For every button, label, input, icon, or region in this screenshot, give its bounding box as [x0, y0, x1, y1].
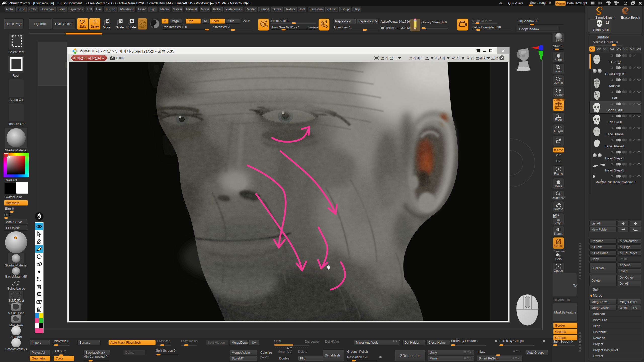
svg-text:3D: 3D: [559, 192, 561, 194]
svg-text:S: S: [120, 19, 122, 23]
svg-text:x y z: x y z: [556, 113, 560, 115]
svg-text:BPR: BPR: [556, 39, 562, 42]
svg-text:x1: x1: [559, 77, 562, 79]
svg-text:S: S: [266, 25, 268, 28]
svg-text:M: M: [106, 19, 109, 23]
svg-text:R: R: [131, 19, 133, 23]
svg-text:D: D: [326, 25, 328, 28]
